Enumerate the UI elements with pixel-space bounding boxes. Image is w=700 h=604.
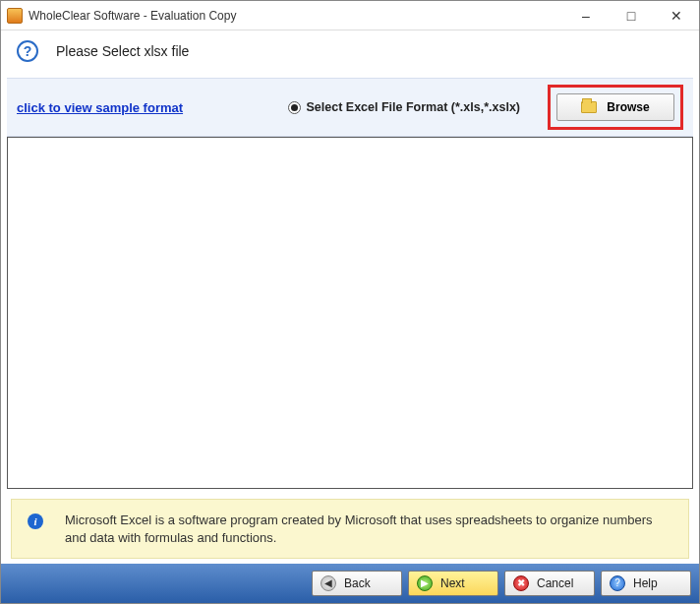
radio-dot-icon <box>288 101 301 114</box>
next-button-label: Next <box>440 576 465 590</box>
back-button-label: Back <box>344 576 371 590</box>
info-text: Microsoft Excel is a software program cr… <box>65 512 672 546</box>
info-icon: i <box>28 513 43 529</box>
browse-highlight: Browse <box>548 85 683 130</box>
back-button[interactable]: ◀ Back <box>312 571 402 596</box>
window-title: WholeClear Software - Evaluation Copy <box>29 9 236 23</box>
next-button[interactable]: ▶ Next <box>408 571 498 596</box>
browse-button-label: Browse <box>607 100 649 114</box>
header-prompt: Please Select xlsx file <box>56 43 189 59</box>
help-button[interactable]: ? Help <box>601 571 691 596</box>
titlebar: WholeClear Software - Evaluation Copy – … <box>1 1 699 30</box>
minimize-button[interactable]: – <box>563 1 609 30</box>
help-icon: ? <box>610 575 625 591</box>
info-bar: i Microsoft Excel is a software program … <box>11 499 689 559</box>
file-list-area <box>7 137 693 489</box>
cancel-icon: ✖ <box>513 575 529 591</box>
cancel-button-label: Cancel <box>537 576 573 590</box>
header-row: ? Please Select xlsx file <box>1 30 699 78</box>
question-icon: ? <box>17 40 38 62</box>
close-button[interactable]: ✕ <box>654 1 699 30</box>
folder-icon <box>581 101 597 113</box>
cancel-button[interactable]: ✖ Cancel <box>504 571 595 596</box>
options-bar: click to view sample format Select Excel… <box>7 78 693 137</box>
maximize-button[interactable]: □ <box>609 1 654 30</box>
next-arrow-icon: ▶ <box>417 575 433 591</box>
sample-format-link[interactable]: click to view sample format <box>17 100 183 115</box>
file-format-radio-label: Select Excel File Format (*.xls,*.xslx) <box>307 100 520 114</box>
file-format-radio[interactable]: Select Excel File Format (*.xls,*.xslx) <box>288 100 520 114</box>
footer: ◀ Back ▶ Next ✖ Cancel ? Help <box>1 564 699 603</box>
back-arrow-icon: ◀ <box>321 575 336 591</box>
browse-button[interactable]: Browse <box>556 93 674 121</box>
app-icon <box>7 8 23 24</box>
help-button-label: Help <box>633 576 658 590</box>
